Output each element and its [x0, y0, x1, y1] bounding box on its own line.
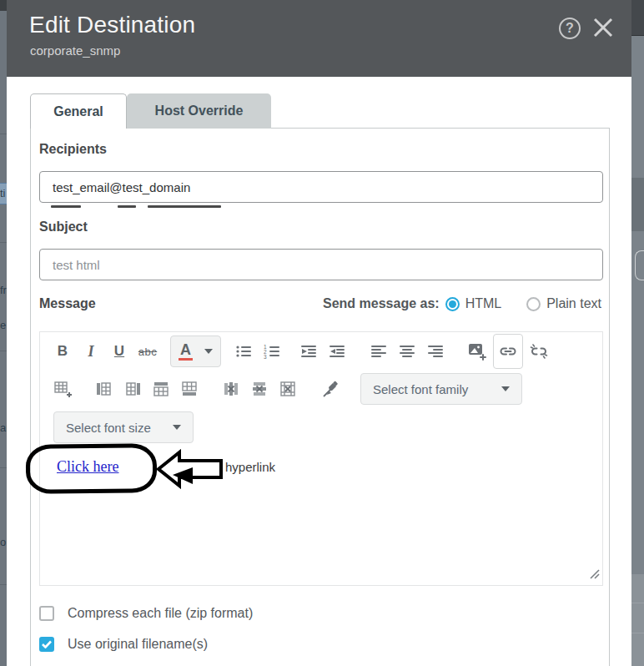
background-button-fragment — [635, 250, 644, 280]
background-text-fragment: e — [0, 319, 6, 331]
outdent-button[interactable] — [326, 336, 348, 366]
radio-plain-text-label: Plain text — [546, 296, 601, 311]
background-dark-block — [0, 0, 7, 11]
background-row-divider — [0, 584, 7, 585]
radio-html-label: HTML — [465, 296, 502, 311]
background-row-divider — [0, 467, 7, 468]
recipients-label: Recipients — [39, 142, 107, 157]
background-row-divider — [0, 351, 7, 351]
editor-content-area[interactable]: Click here hyperlink — [40, 447, 602, 581]
insert-row-after-button[interactable] — [179, 374, 200, 404]
send-as-label: Send message as: — [323, 296, 440, 311]
font-color-button[interactable]: A — [170, 336, 221, 367]
subject-label: Subject — [39, 219, 88, 235]
annotation-dash — [51, 205, 81, 208]
radio-plain-text[interactable] — [526, 297, 541, 311]
font-size-select[interactable]: Select font size — [53, 411, 194, 443]
background-block-fragment — [631, 178, 644, 231]
annotation-dash — [148, 205, 221, 208]
radio-html[interactable] — [445, 297, 460, 311]
tab-general[interactable]: General — [30, 93, 127, 129]
background-text-fragment: o — [0, 536, 6, 548]
annotation-dash — [118, 205, 136, 208]
numbered-list-button[interactable]: 123 — [261, 336, 283, 366]
font-family-select-label: Select font family — [373, 382, 468, 396]
background-row-divider — [631, 633, 644, 633]
close-icon[interactable] — [591, 15, 616, 40]
annotation-label: hyperlink — [225, 460, 275, 474]
background-page-right — [631, 0, 644, 666]
annotation-arrow-icon — [156, 449, 224, 492]
insert-table-button[interactable] — [52, 374, 73, 404]
editor-toolbar-row-1: B I U abc A 123 — [40, 332, 602, 371]
insert-link-icon[interactable] — [497, 336, 519, 366]
send-message-as-group: Send message as: HTML Plain text — [323, 296, 601, 311]
original-filename-checkbox-label: Use original filename(s) — [68, 637, 208, 652]
font-color-icon: A — [179, 342, 193, 361]
background-row-divider — [0, 134, 7, 134]
background-row-divider — [631, 35, 644, 36]
bullet-list-button[interactable] — [233, 336, 254, 366]
dialog-header: Edit Destination corporate_snmp ? — [7, 0, 631, 77]
original-filename-checkbox[interactable] — [39, 637, 54, 652]
compress-checkbox[interactable] — [39, 606, 54, 621]
font-family-select[interactable]: Select font family — [360, 373, 522, 405]
background-text-fragment: ar — [0, 421, 7, 434]
insert-column-before-button[interactable] — [93, 374, 115, 404]
subject-input[interactable] — [39, 249, 603, 280]
align-left-button[interactable] — [368, 336, 390, 366]
delete-row-button[interactable] — [249, 374, 270, 404]
tab-host-override-label: Host Override — [155, 103, 244, 119]
compress-checkbox-row[interactable]: Compress each file (zip format) — [39, 606, 253, 621]
dialog-subtitle: corporate_snmp — [30, 43, 120, 58]
help-icon[interactable]: ? — [559, 18, 581, 39]
clear-formatting-button[interactable] — [319, 374, 340, 404]
strikethrough-button[interactable]: abc — [137, 336, 158, 366]
indent-button[interactable] — [298, 336, 319, 366]
check-icon — [42, 640, 52, 648]
background-row-divider — [631, 603, 644, 603]
original-filename-checkbox-row[interactable]: Use original filename(s) — [39, 637, 208, 652]
underline-button[interactable]: U — [108, 336, 130, 366]
insert-row-before-button[interactable] — [150, 374, 172, 404]
message-row: Message Send message as: HTML Plain text — [39, 296, 601, 316]
message-label: Message — [39, 296, 96, 311]
chevron-down-icon — [204, 349, 213, 354]
delete-column-button[interactable] — [220, 374, 242, 404]
background-text-fragment: ti — [0, 187, 6, 199]
font-size-select-label: Select font size — [66, 421, 151, 435]
chevron-down-icon — [501, 386, 510, 391]
svg-text:3: 3 — [264, 354, 267, 360]
bold-button[interactable]: B — [52, 336, 73, 366]
italic-button[interactable]: I — [80, 336, 102, 366]
remove-link-icon[interactable] — [528, 336, 550, 366]
editor-toolbar-row-2: Select font family — [40, 371, 602, 407]
insert-link-button-active — [493, 334, 523, 369]
tab-host-override[interactable]: Host Override — [127, 93, 271, 129]
background-text-fragment: fr — [0, 284, 7, 296]
background-row-divider — [0, 242, 7, 243]
background-header-fragment — [631, 0, 644, 35]
message-editor: B I U abc A 123 — [39, 331, 603, 586]
edit-destination-dialog: Edit Destination corporate_snmp ? Genera… — [7, 0, 631, 666]
editor-resize-handle[interactable] — [589, 568, 600, 578]
tab-general-label: General — [53, 104, 103, 119]
general-tab-panel: Recipients Subject Message Send message … — [30, 128, 610, 666]
align-right-button[interactable] — [425, 336, 446, 366]
background-light-region — [631, 574, 644, 666]
align-center-button[interactable] — [396, 336, 418, 366]
chevron-down-icon — [173, 425, 181, 430]
delete-table-button[interactable] — [277, 374, 299, 404]
insert-image-button[interactable] — [466, 336, 488, 366]
click-here-link[interactable]: Click here — [57, 458, 118, 476]
recipients-input[interactable] — [39, 171, 603, 203]
background-page-left: ti fr e ar o — [0, 0, 7, 666]
compress-checkbox-label: Compress each file (zip format) — [68, 606, 253, 621]
dialog-title: Edit Destination — [29, 12, 195, 38]
insert-column-after-button[interactable] — [122, 374, 143, 404]
editor-toolbar-row-3: Select font size — [40, 407, 602, 447]
